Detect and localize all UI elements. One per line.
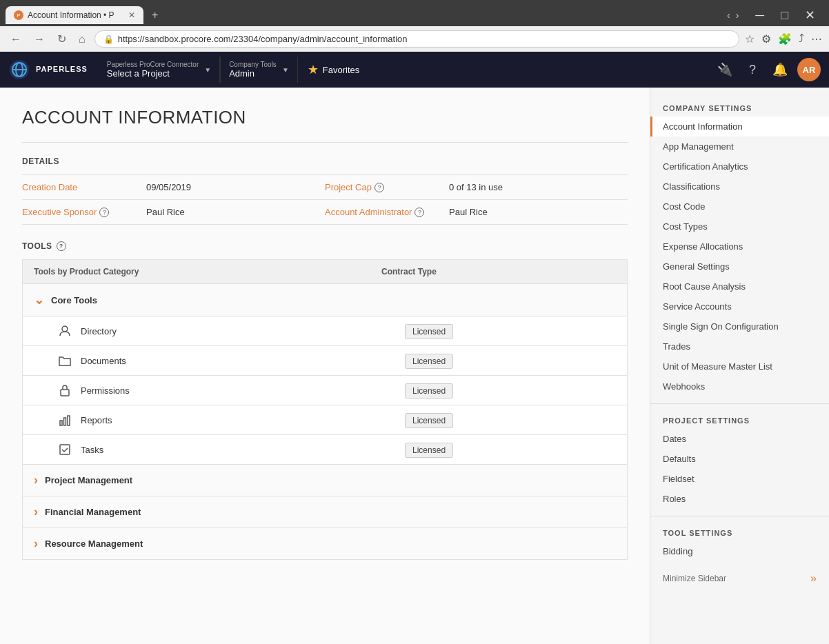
close-window-button[interactable]: ✕ — [797, 4, 823, 26]
tab-favicon: P — [14, 10, 23, 20]
category-toggle[interactable]: › Resource Management — [34, 536, 616, 551]
sidebar-divider-2 — [650, 516, 829, 516]
sidebar-item[interactable]: Cost Code — [650, 197, 829, 217]
page-title: ACCOUNT INFORMATION — [22, 107, 628, 128]
app-logo[interactable]: PAPERLESS — [8, 59, 88, 81]
account-admin-value: Paul Rice — [449, 207, 628, 217]
company-sidebar-items: Account InformationApp ManagementCertifi… — [650, 117, 829, 396]
sidebar-item[interactable]: Trades — [650, 336, 829, 356]
sidebar-item[interactable]: Fieldset — [650, 469, 829, 489]
plugin-icon[interactable]: 🔌 — [710, 58, 739, 81]
company-tools-value: Admin — [229, 68, 277, 79]
creation-date-value: 09/05/2019 — [146, 182, 325, 192]
list-item: Documents Licensed — [23, 346, 628, 376]
sidebar-item[interactable]: Bidding — [650, 541, 829, 561]
expand-icon: › — [34, 473, 38, 487]
home-button[interactable]: ⌂ — [75, 32, 89, 47]
tools-info-icon[interactable]: ? — [57, 241, 66, 251]
sidebar-item[interactable]: Classifications — [650, 177, 829, 197]
category-name: Financial Management — [45, 507, 141, 517]
folder-icon — [57, 353, 72, 368]
account-admin-info-icon[interactable]: ? — [415, 208, 424, 217]
company-tools-inner: Company Tools Admin — [229, 61, 277, 79]
list-item: Reports Licensed — [23, 405, 628, 435]
address-bar[interactable]: 🔒 — [94, 30, 739, 48]
sidebar-item[interactable]: Certification Analytics — [650, 157, 829, 177]
category-toggle[interactable]: › Financial Management — [34, 505, 616, 519]
sidebar-item[interactable]: Unit of Measure Master List — [650, 356, 829, 376]
svg-rect-5 — [61, 390, 69, 396]
reload-button[interactable]: ↻ — [54, 31, 70, 47]
help-icon[interactable]: ? — [742, 59, 763, 81]
tools-table-header: Tools by Product Category Contract Type — [23, 260, 628, 284]
table-row[interactable]: › Project Management — [23, 465, 628, 496]
forward-button[interactable]: → — [30, 32, 48, 47]
project-sidebar-items: DatesDefaultsFieldsetRoles — [650, 429, 829, 509]
sidebar-item[interactable]: Roles — [650, 489, 829, 509]
category-toggle[interactable]: ⌄ Core Tools — [34, 292, 616, 308]
minimize-sidebar-button[interactable]: Minimize Sidebar » — [650, 567, 829, 590]
sidebar-item[interactable]: Cost Types — [650, 217, 829, 237]
sidebar: COMPANY SETTINGS Account InformationApp … — [650, 88, 829, 644]
more-icon[interactable]: ⋯ — [811, 32, 822, 46]
sidebar-item[interactable]: Root Cause Analysis — [650, 276, 829, 296]
tool-sidebar-items: Bidding — [650, 541, 829, 561]
ssl-lock-icon: 🔒 — [103, 34, 114, 44]
logo-icon — [8, 59, 30, 81]
sidebar-item[interactable]: Expense Allocations — [650, 237, 829, 256]
svg-rect-7 — [64, 418, 66, 425]
back-button[interactable]: ← — [7, 32, 25, 47]
sidebar-item[interactable]: Account Information — [650, 117, 829, 137]
sidebar-item[interactable]: App Management — [650, 137, 829, 157]
notifications-icon[interactable]: 🔔 — [766, 58, 795, 81]
sidebar-item[interactable]: Dates — [650, 429, 829, 449]
project-connector-label: Paperless ProCore Connector — [107, 61, 199, 68]
avatar[interactable]: AR — [797, 58, 821, 81]
sidebar-item[interactable]: Webhooks — [650, 376, 829, 396]
licensed-badge: Licensed — [405, 413, 453, 428]
browser-tab[interactable]: P Account Information • P ✕ — [6, 6, 143, 24]
col-contract-header: Contract Type — [370, 260, 627, 284]
favorites-button[interactable]: ★ Favorites — [298, 62, 369, 77]
minimize-window-button[interactable]: ─ — [747, 4, 772, 26]
tool-name: Permissions — [81, 385, 130, 396]
executive-sponsor-info-icon[interactable]: ? — [99, 208, 109, 217]
chart-icon — [57, 412, 72, 427]
share-icon[interactable]: ⤴ — [799, 32, 804, 46]
details-section-title: DETAILS — [22, 157, 628, 166]
maximize-window-button[interactable]: □ — [772, 4, 797, 26]
project-settings-title: PROJECT SETTINGS — [650, 411, 829, 429]
window-controls: ─ □ ✕ — [747, 4, 823, 26]
header-right: 🔌 ? 🔔 AR — [710, 58, 821, 81]
details-grid: Creation Date 09/05/2019 Project Cap ? 0… — [22, 174, 628, 225]
extension-icon[interactable]: 🧩 — [778, 32, 792, 46]
logo-text: PAPERLESS — [36, 65, 88, 74]
tab-close-button[interactable]: ✕ — [128, 10, 135, 20]
favorites-label: Favorites — [323, 65, 359, 75]
settings-icon[interactable]: ⚙ — [761, 32, 771, 46]
new-tab-button[interactable]: + — [146, 6, 163, 24]
content-area: ACCOUNT INFORMATION DETAILS Creation Dat… — [0, 88, 650, 644]
table-row[interactable]: › Resource Management — [23, 528, 628, 560]
tool-name: Directory — [81, 326, 117, 336]
creation-date-label: Creation Date — [22, 182, 146, 192]
company-settings-title: COMPANY SETTINGS — [650, 99, 829, 117]
sidebar-item[interactable]: Single Sign On Configuration — [650, 316, 829, 336]
svg-point-4 — [62, 326, 68, 332]
url-input[interactable] — [118, 34, 730, 44]
table-row[interactable]: ⌄ Core Tools — [23, 284, 628, 316]
project-selector[interactable]: Paperless ProCore Connector Select a Pro… — [99, 57, 220, 83]
bookmark-icon[interactable]: ☆ — [745, 32, 755, 46]
company-tools-selector[interactable]: Company Tools Admin ▼ — [220, 57, 298, 83]
licensed-badge: Licensed — [405, 324, 453, 339]
project-cap-info-icon[interactable]: ? — [374, 183, 384, 192]
sidebar-item[interactable]: Defaults — [650, 449, 829, 469]
executive-sponsor-value: Paul Rice — [146, 207, 325, 217]
category-toggle[interactable]: › Project Management — [34, 473, 616, 487]
sidebar-divider-1 — [650, 403, 829, 404]
sidebar-item[interactable]: General Settings — [650, 256, 829, 276]
sidebar-item[interactable]: Service Accounts — [650, 296, 829, 316]
tool-name: Tasks — [81, 445, 103, 455]
lock-icon — [57, 383, 72, 398]
table-row[interactable]: › Financial Management — [23, 496, 628, 528]
